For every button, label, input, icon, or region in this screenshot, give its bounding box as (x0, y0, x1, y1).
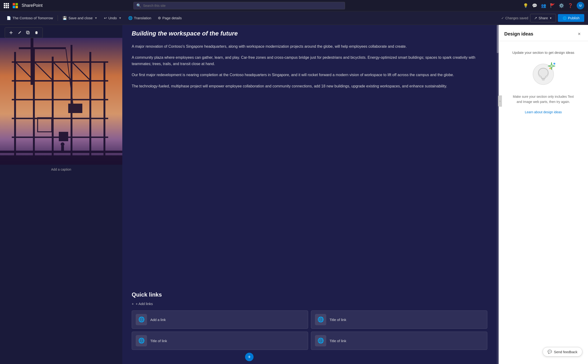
svg-point-28 (538, 68, 548, 78)
section-toolbar (5, 27, 43, 38)
article-para-1[interactable]: A major renovation of Contoso's Singapor… (132, 43, 489, 50)
editor-area: Add a caption Building the workspace of … (0, 25, 499, 364)
link-label-2: Title of link (150, 339, 167, 343)
search-bar[interactable]: 🔍 (133, 2, 345, 9)
send-feedback-button[interactable]: 💬 Send feedback (543, 347, 582, 357)
svg-rect-27 (59, 132, 68, 141)
link-globe-icon: 🌐 (136, 335, 147, 346)
svg-rect-3 (14, 52, 16, 165)
search-icon: 🔍 (136, 3, 141, 8)
svg-rect-19 (19, 47, 66, 49)
svg-rect-18 (31, 38, 33, 85)
save-icon: 💾 (63, 16, 67, 20)
svg-rect-5 (52, 57, 54, 165)
scroll-track[interactable] (497, 25, 499, 364)
separator-1 (58, 15, 58, 21)
svg-rect-8 (104, 61, 105, 165)
list-item[interactable]: 🌐 Add a link (132, 310, 308, 329)
list-item[interactable]: 🌐 Title of link (311, 310, 487, 329)
design-update-message: Update your section to get design ideas (512, 51, 574, 54)
svg-point-32 (549, 68, 551, 69)
design-spark-icon (547, 62, 556, 72)
translate-icon: 🌐 (128, 16, 133, 20)
svg-rect-12 (12, 118, 108, 119)
page-icon: 📄 (7, 16, 11, 20)
scroll-thumb[interactable] (497, 25, 499, 53)
article-para-4[interactable]: The technology-fueled, multiphase projec… (132, 83, 489, 89)
flag-icon[interactable]: 🚩 (550, 3, 555, 8)
design-panel-close-button[interactable]: ✕ (576, 31, 582, 37)
svg-rect-29 (542, 78, 545, 79)
share-dropdown-icon[interactable]: ▼ (549, 17, 552, 20)
link-globe-icon: 🌐 (315, 314, 326, 325)
save-close-button[interactable]: 💾 Save and close ▼ (60, 15, 100, 22)
duplicate-button[interactable] (24, 29, 32, 36)
article-body: A major renovation of Contoso's Singapor… (132, 43, 489, 89)
svg-rect-30 (542, 79, 545, 80)
app-grid-button[interactable] (4, 3, 9, 8)
settings-icon[interactable]: ⚙️ (559, 3, 564, 8)
publish-button[interactable]: 🌐 Publish (558, 14, 584, 22)
add-links-button[interactable]: + + Add links (132, 302, 487, 306)
top-icons: 💡 💬 👥 🚩 ⚙️ ❓ U (523, 2, 584, 9)
cmd-right-actions: ✓ Changes saved ↗ Share ▼ 🌐 Publish (501, 14, 584, 22)
image-panel: Add a caption (0, 25, 122, 364)
page-details-button[interactable]: ⚙ Page details (155, 15, 185, 22)
svg-rect-22 (0, 155, 122, 165)
image-caption[interactable]: Add a caption (0, 165, 122, 174)
svg-rect-11 (12, 99, 108, 100)
design-panel-title: Design ideas (504, 31, 533, 37)
share-button[interactable]: ↗ Share ▼ (530, 14, 556, 22)
svg-rect-7 (89, 52, 91, 165)
link-label-0: Add a link (150, 318, 166, 322)
learn-design-ideas-link[interactable]: Learn about design ideas (525, 110, 562, 114)
construction-image[interactable] (0, 38, 122, 165)
undo-dropdown-icon[interactable]: ▼ (119, 16, 122, 20)
article-title[interactable]: Building the workspace of the future (132, 30, 489, 38)
plus-icon: + (132, 302, 134, 306)
help-icon[interactable]: 💡 (523, 3, 528, 8)
links-grid: 🌐 Add a link 🌐 Title of link 🌐 Title of … (132, 310, 487, 350)
user-avatar[interactable]: U (577, 2, 584, 9)
chat-icon[interactable]: 💬 (532, 3, 537, 8)
panel-collapse-tab[interactable]: › (498, 95, 502, 107)
chevron-right-icon: › (500, 100, 500, 103)
sharepoint-label: SharePoint (22, 3, 43, 8)
main-layout: Add a caption Building the workspace of … (0, 25, 588, 364)
list-item[interactable]: 🌐 Title of link (132, 332, 308, 350)
top-bar: SharePoint 🔍 💡 💬 👥 🚩 ⚙️ ❓ U (0, 0, 588, 11)
share-icon: ↗ (534, 16, 537, 20)
quick-links-section: Quick links + + Add links 🌐 Add a link 🌐… (122, 291, 497, 350)
design-panel: Design ideas ✕ Update your section to ge… (499, 25, 588, 364)
svg-point-25 (61, 143, 65, 146)
changes-saved-status: ✓ Changes saved (501, 16, 528, 20)
article-para-2[interactable]: A community plaza where employees can ga… (132, 54, 489, 67)
svg-rect-10 (12, 80, 108, 82)
design-panel-body: Update your section to get design ideas (499, 41, 588, 364)
edit-button[interactable] (16, 29, 23, 36)
site-name-label: The Contoso of Tomorrow (13, 16, 53, 20)
search-input[interactable] (143, 4, 342, 7)
add-section-button[interactable]: + (245, 353, 254, 361)
link-label-1: Title of link (330, 318, 346, 322)
site-name-button[interactable]: 📄 The Contoso of Tomorrow (4, 15, 56, 22)
article-para-3[interactable]: Our first major redevelopment is nearing… (132, 72, 489, 78)
move-button[interactable] (7, 29, 15, 36)
quick-links-title: Quick links (132, 291, 487, 298)
translation-button[interactable]: 🌐 Translation (125, 15, 154, 22)
delete-button[interactable] (33, 29, 40, 36)
list-item[interactable]: 🌐 Title of link (311, 332, 487, 350)
undo-icon: ↩ (104, 16, 107, 20)
svg-rect-21 (68, 104, 82, 113)
svg-point-31 (553, 63, 555, 65)
question-icon[interactable]: ❓ (568, 3, 573, 8)
svg-rect-1 (26, 31, 29, 33)
link-globe-icon: 🌐 (136, 314, 147, 325)
people-icon[interactable]: 👥 (541, 3, 546, 8)
command-bar: 📄 The Contoso of Tomorrow 💾 Save and clo… (0, 11, 588, 25)
save-dropdown-icon[interactable]: ▼ (95, 16, 97, 20)
undo-button[interactable]: ↩ Undo ▼ (101, 15, 125, 22)
design-panel-header: Design ideas ✕ (499, 25, 588, 41)
svg-rect-24 (61, 146, 64, 152)
feedback-icon: 💬 (548, 350, 552, 354)
